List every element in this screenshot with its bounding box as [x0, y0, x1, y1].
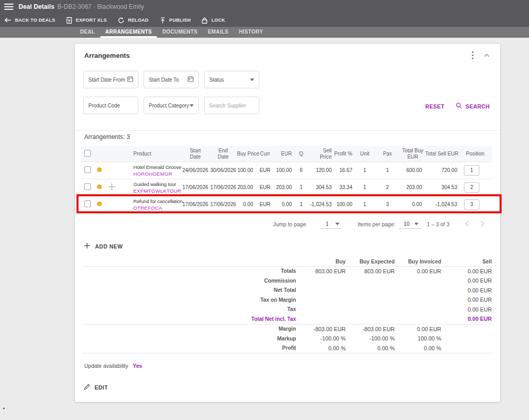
column-header	[81, 146, 97, 162]
jump-to-page-select[interactable]: 1	[321, 220, 341, 229]
totals-section: BuyBuy ExpectedBuy InvoicedSellTotals803…	[82, 258, 493, 354]
filters-section: Start Date FromStart Date ToStatus Produ…	[75, 59, 500, 130]
totals-row-label: Totals	[82, 268, 296, 274]
product-code-link[interactable]: OTREFOCA	[133, 205, 181, 211]
add-related-icon[interactable]	[108, 186, 116, 192]
publish-label: PUBLISH	[169, 18, 191, 23]
currency-cell: EUR	[256, 179, 274, 196]
tab-documents[interactable]: DOCUMENTS	[157, 27, 203, 38]
filter-search-supplier[interactable]: Search Supplier	[204, 97, 259, 114]
reset-button[interactable]: RESET	[425, 103, 444, 110]
calendar-icon	[188, 76, 194, 83]
divider	[82, 353, 493, 353]
caret-down-icon	[335, 223, 339, 225]
column-header: Profit %	[334, 146, 355, 162]
totals-column-header: Buy Expected	[346, 259, 395, 265]
items-per-page-select[interactable]: 10	[399, 220, 420, 229]
reload-button[interactable]: RELOAD	[118, 17, 149, 24]
edit-button[interactable]: EDIT	[84, 383, 500, 392]
kebab-menu-icon[interactable]	[468, 51, 477, 59]
totals-value: -100.00 %	[346, 335, 395, 341]
product-code-link[interactable]: HOROHOEMGR	[133, 171, 181, 177]
position-cell: 1	[461, 162, 492, 179]
search-button[interactable]: SEARCH	[456, 102, 490, 110]
tab-deal[interactable]: DEAL	[75, 27, 100, 38]
row-select-cell	[81, 162, 97, 179]
menu-icon[interactable]	[4, 4, 13, 10]
unit-cell: 1	[355, 162, 375, 179]
position-input[interactable]: 2	[464, 182, 479, 193]
collapse-chevron-icon[interactable]	[483, 53, 491, 57]
position-input[interactable]: 1	[464, 165, 479, 176]
arrangements-panel: Arrangements Start Date FromStart Date T…	[75, 44, 500, 402]
previous-page-icon[interactable]	[465, 221, 469, 228]
back-to-deals-label: BACK TO DEALS	[15, 18, 55, 23]
row-checkbox[interactable]	[84, 200, 91, 207]
totals-value: 0.00 EUR	[441, 277, 493, 284]
eur-cell: 203.00	[274, 179, 294, 196]
publish-button[interactable]: PUBLISH	[160, 17, 191, 24]
totals-value: 0.00 EUR	[441, 268, 493, 274]
filter-product-category[interactable]: Product Category	[144, 97, 199, 114]
add-new-button[interactable]: ADD NEW	[84, 242, 500, 251]
row-expand-cell	[107, 196, 131, 213]
add-new-label: ADD NEW	[95, 243, 123, 250]
totals-column-header: Buy	[296, 259, 346, 265]
filter-label: Start Date From	[88, 77, 125, 83]
profit-cell: 16.67	[334, 162, 355, 179]
row-checkbox[interactable]	[84, 183, 91, 190]
position-input[interactable]: 3	[464, 199, 479, 210]
total-sell-cell: 304.53	[425, 179, 461, 196]
currency-cell: EUR	[256, 162, 274, 179]
quantity-cell: 6	[294, 162, 308, 179]
product-code-link[interactable]: EXPMTGWLKTOUR	[133, 188, 181, 194]
tab-arrangements[interactable]: ARRANGEMENTS	[100, 27, 157, 38]
arrangements-table-body: Hotel Emerald GrooveHOROHOEMGR24/06/2026…	[81, 162, 492, 213]
end-date-cell: 17/06/2026	[209, 196, 237, 213]
update-availability-value[interactable]: Yes	[133, 363, 142, 369]
totals-row-label: Tax on Margin	[82, 297, 296, 303]
totals-column-header: Buy Invoiced	[395, 259, 441, 265]
export-xls-label: EXPORT XLS	[76, 18, 107, 23]
total-sell-cell: 720.00	[425, 162, 461, 179]
filter-start-date-from[interactable]: Start Date From	[83, 71, 138, 88]
pagination: Jump to page 1 Items per page: 10 1 – 3 …	[75, 219, 500, 230]
totals-value: 100.00 %	[395, 335, 441, 341]
sell-price-cell: -1,024.53	[308, 196, 334, 213]
filter-actions: RESET SEARCH	[425, 102, 490, 110]
product-cell: Guided walking tourEXPMTGWLKTOUR	[131, 179, 181, 196]
product-name: Hotel Emerald Groove	[133, 164, 181, 170]
arrow-left-icon	[4, 17, 11, 23]
filter-status[interactable]: Status	[204, 71, 259, 88]
export-xls-button[interactable]: EXPORT XLS	[66, 17, 107, 24]
column-header: Product	[131, 146, 181, 162]
row-select-cell	[81, 179, 97, 196]
product-cell: Hotel Emerald GrooveHOROHOEMGR	[131, 162, 181, 179]
lock-button[interactable]: LOCK	[201, 17, 225, 24]
search-icon	[456, 102, 462, 110]
table-row: Hotel Emerald GrooveHOROHOEMGR24/06/2026…	[81, 162, 492, 179]
select-all-checkbox[interactable]	[84, 150, 91, 157]
filter-start-date-to[interactable]: Start Date To	[144, 71, 199, 88]
update-availability-row: Update availability Yes	[84, 362, 500, 369]
totals-row: Totals803.00 EUR803.00 EUR0.00 EUR0.00 E…	[82, 267, 493, 276]
totals-value: -803.00 EUR	[296, 326, 346, 332]
column-header: End Date	[209, 146, 237, 162]
eur-cell: 100.00	[274, 162, 294, 179]
back-to-deals-button[interactable]: BACK TO DEALS	[4, 17, 55, 23]
tab-emails[interactable]: EMAILS	[203, 27, 234, 38]
page-title: Deal Details	[19, 3, 54, 10]
sell-price-cell: 120.00	[308, 162, 334, 179]
table-header-row: ProductStart DateEnd DateBuy PriceCurrEU…	[81, 146, 492, 162]
row-checkbox[interactable]	[84, 166, 91, 173]
column-header: Sell Price	[308, 146, 334, 162]
filter-label: Search Supplier	[209, 103, 246, 108]
tab-history[interactable]: HISTORY	[234, 27, 268, 38]
column-header: Pax	[375, 146, 400, 162]
status-dot-icon	[97, 184, 102, 189]
filter-label: Status	[209, 77, 224, 83]
filter-product-code[interactable]: Product Code	[83, 97, 138, 114]
next-page-icon[interactable]	[480, 221, 485, 228]
filter-label: Product Category	[149, 103, 189, 108]
totals-value: 803.00 EUR	[346, 268, 395, 274]
